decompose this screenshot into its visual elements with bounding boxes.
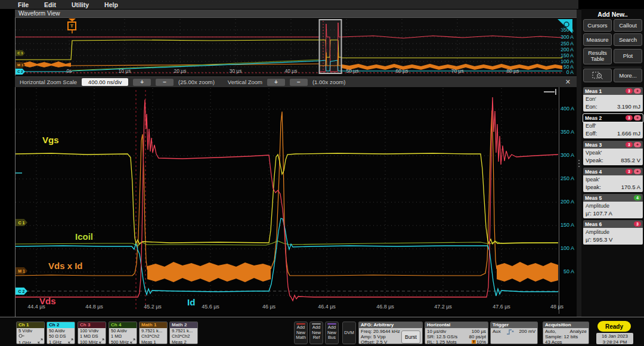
add-new-bus-button[interactable]: Add New Bus [325, 322, 339, 344]
main-x-tick: 45.2 µs [136, 304, 169, 310]
datetime-display: 16 Jan 2023 3:28:24 PM [596, 333, 633, 344]
search-button[interactable]: Search [614, 33, 642, 46]
ch2-badge[interactable]: Ch 2 50 A/div 50 Ω DS 1 GHz [47, 322, 75, 344]
overview-x-tick: 40 µs [273, 68, 309, 74]
menu-edit[interactable]: Edit [44, 1, 56, 8]
menu-file[interactable]: File [18, 1, 29, 8]
h-zoom-plus-button[interactable]: + [133, 79, 151, 86]
math2-badge[interactable]: Math 2 9.7521 k... Ch3*Ch2 Meas 2 [169, 322, 198, 344]
afg-panel[interactable]: AFG: Arbitrary Freq: 20.9644 kHz Amp: 5 … [358, 322, 423, 344]
meas-5-header[interactable]: Meas 5 4 [583, 194, 643, 202]
meas-2-chip[interactable]: Meas 2 3 + Eoff' Eoff:1.666 mJ [583, 114, 643, 138]
menu-help[interactable]: Help [104, 1, 118, 8]
scale-arrows-icon [68, 338, 73, 344]
meas-2-body: Eoff' Eoff:1.666 mJ [583, 122, 643, 138]
meas-3-header[interactable]: Meas 3 3 + [583, 141, 643, 149]
source-badge: 3 [634, 221, 641, 227]
results-table-button[interactable]: Results Table [583, 48, 612, 64]
acquisition-panel[interactable]: Acquisition Auto,Analyze Sample: 12 bits… [543, 322, 589, 344]
overview-y-tick: 200 A [553, 47, 574, 52]
zoom-scale-input[interactable]: 400.00 ns/div [82, 78, 128, 86]
main-waveform-plot[interactable]: C 1 M 1 C 2 Vgs Icoil Vds x Id Vds Id 44… [15, 87, 577, 317]
expand-badge[interactable]: + [634, 169, 641, 174]
more-button[interactable]: More... [614, 69, 642, 82]
zoom-box-icon [592, 71, 603, 80]
main-y-tick: 100 A [554, 245, 574, 251]
main-x-tick: 48 µs [540, 304, 574, 310]
zoom-scale-bar: Horizontal Zoom Scale 400.00 ns/div + − … [15, 76, 577, 87]
meas-2-header[interactable]: Meas 2 3 + [583, 114, 643, 122]
expand-badge[interactable]: + [634, 142, 641, 147]
trigger-t-icon: T [67, 21, 76, 30]
main-y-tick: 400 A [554, 106, 574, 112]
ch3-badge[interactable]: Ch 3 100 V/div 1 MΩ DS 100 MHz [78, 322, 106, 344]
vds-id-trace-label: Vds x Id [48, 261, 83, 271]
meas-4-header[interactable]: Meas 4 3 + [583, 168, 643, 175]
add-new-title: Add New.. [581, 11, 644, 18]
main-y-tick: 250 A [554, 175, 574, 181]
math1-badge[interactable]: Math 1 9.7521 k... Ch3*Ch2 Meas 1 [139, 322, 168, 344]
add-new-ref-button[interactable]: Add New Ref [309, 322, 323, 344]
zoom-tool-button[interactable] [583, 69, 612, 82]
overview-x-tick: 70 µs [439, 68, 475, 74]
overview-y-tick: 0 A [553, 69, 574, 75]
overview-x-tick: 60 µs [384, 68, 420, 74]
waveform-view-tab[interactable]: Waveform View [15, 10, 577, 18]
ch1-badge[interactable]: Ch 1 5 V/div 1 GHz [16, 322, 45, 344]
bus-color-stripe [327, 323, 336, 325]
math-color-stripe [296, 323, 305, 325]
menu-utility[interactable]: Utility [72, 1, 89, 8]
main-x-tick: 44.4 µs [20, 304, 53, 310]
v-zoom-minus-button[interactable]: − [290, 79, 308, 86]
panel-resize-handle[interactable] [577, 10, 581, 317]
meas-5-chip[interactable]: Meas 5 4 Amplitude µ': 107.7 A [583, 194, 643, 218]
meas-6-header[interactable]: Meas 6 3 [583, 220, 643, 228]
trigger-position-icon: T [472, 340, 476, 344]
source-badge: 3 [626, 142, 633, 147]
meas-4-chip[interactable]: Meas 4 3 + Ipeak' Ipeak:170.5 A [583, 168, 643, 192]
ch4-badge[interactable]: Ch 4 50 A/div 1 MΩ 500 MHz [109, 322, 137, 344]
trigger-panel[interactable]: Trigger Aux 200 mV [490, 322, 538, 344]
expand-badge[interactable]: + [634, 115, 641, 121]
v-zoom-plus-button[interactable]: + [267, 79, 285, 86]
measure-button[interactable]: Measure [583, 33, 612, 46]
ready-status-button[interactable]: Ready [597, 321, 631, 332]
overview-waveforms [16, 18, 577, 76]
overview-x-tick: 50 µs [335, 68, 370, 74]
ch4-reference-marker [16, 172, 22, 174]
plot-button[interactable]: Plot [614, 49, 642, 63]
meas-1-header[interactable]: Meas 1 3 + [583, 87, 643, 95]
expand-badge[interactable]: + [634, 88, 641, 94]
zoom-close-icon[interactable]: ✕ [565, 78, 571, 86]
rising-edge-icon [506, 329, 514, 335]
main-y-tick: 300 A [554, 152, 574, 158]
h-zoom-factor: (25.00x zoom) [178, 79, 215, 85]
overview-x-tick: 80 µs [495, 68, 531, 74]
ref-color-stripe [312, 323, 321, 325]
meas-5-body: Amplitude µ': 107.7 A [583, 202, 643, 218]
dvm-button[interactable]: DVM [342, 322, 356, 344]
h-zoom-minus-button[interactable]: − [156, 79, 174, 86]
meas-6-chip[interactable]: Meas 6 3 Amplitude µ': 595.3 V [583, 220, 643, 245]
scale-arrows-icon [38, 338, 43, 344]
overview-zoom-icon[interactable] [557, 19, 572, 33]
main-y-tick: 350 A [554, 129, 574, 135]
scale-arrows-icon [99, 338, 104, 344]
source-badge: 3 [626, 88, 633, 94]
meas-1-chip[interactable]: Meas 1 3 + Eon' Eon:3.190 mJ [583, 87, 643, 112]
overview-x-tick: 20 µs [162, 68, 198, 74]
cursors-button[interactable]: Cursors [583, 19, 612, 32]
v-zoom-label: Vertical Zoom [228, 79, 262, 85]
overview-x-tick: 10 µs [107, 68, 143, 74]
burst-button[interactable]: Burst [401, 330, 420, 344]
meas-3-chip[interactable]: Meas 3 3 + Vpeak' Vpeak:835.2 V [583, 141, 643, 165]
add-new-math-button[interactable]: Add New Math [294, 322, 308, 344]
trigger-position-marker[interactable]: T [67, 18, 76, 30]
main-waveforms [16, 87, 577, 317]
horizontal-panel[interactable]: Horizontal 10 µs/div100 µs SR: 12.5 GS/s… [425, 322, 488, 344]
waveform-view-title: Waveform View [18, 10, 60, 17]
overview-plot[interactable]: T C 1 M 1 C 2 0s 10 µs 20 µs 30 µs 40 µs… [15, 18, 577, 76]
callout-button[interactable]: Callout [614, 19, 642, 32]
meas-4-body: Ipeak' Ipeak:170.5 A [583, 175, 643, 192]
scale-arrows-icon [130, 338, 135, 344]
